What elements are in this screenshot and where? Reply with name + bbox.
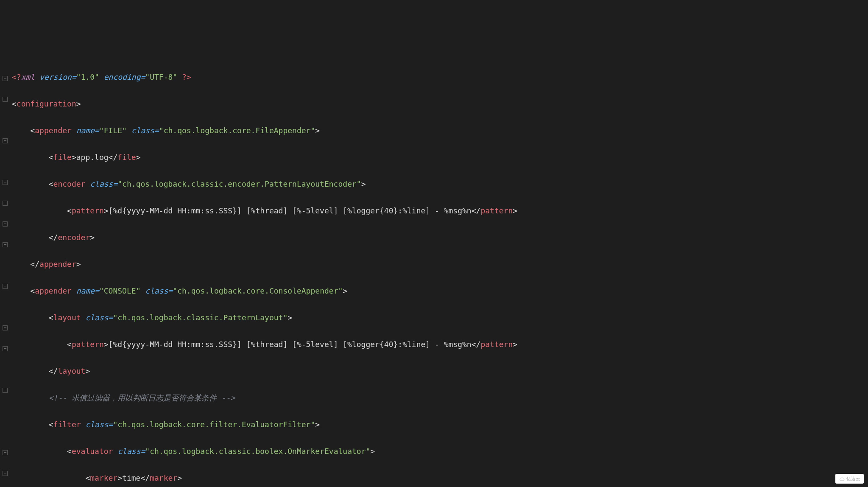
fold-icon[interactable] [3, 284, 8, 289]
cloud-icon [839, 476, 845, 481]
code-line[interactable]: <appender name="CONSOLE" class="ch.qos.l… [12, 284, 868, 298]
fold-icon[interactable] [3, 180, 8, 185]
fold-icon[interactable] [3, 325, 8, 330]
code-line[interactable]: <pattern>[%d{yyyy-MM-dd HH:mm:ss.SSS}] [… [12, 338, 868, 351]
watermark-badge: 亿速云 [835, 474, 864, 484]
code-line[interactable]: <appender name="FILE" class="ch.qos.logb… [12, 124, 868, 137]
code-line[interactable]: <!-- 求值过滤器，用以判断日志是否符合某条件 --> [12, 391, 868, 405]
code-line[interactable]: <?xml version="1.0" encoding="UTF-8" ?> [12, 70, 868, 84]
code-line[interactable]: <configuration> [12, 97, 868, 111]
code-line[interactable]: <file>app.log</file> [12, 151, 868, 164]
code-line[interactable]: </appender> [12, 257, 868, 271]
fold-icon[interactable] [3, 471, 8, 476]
code-editor[interactable]: <?xml version="1.0" encoding="UTF-8" ?> … [0, 40, 868, 487]
code-line[interactable]: <marker>time</marker> [12, 471, 868, 485]
watermark-text: 亿速云 [846, 475, 860, 483]
code-line[interactable]: </layout> [12, 364, 868, 378]
fold-icon[interactable] [3, 221, 8, 227]
fold-icon[interactable] [3, 201, 8, 206]
fold-icon[interactable] [3, 138, 8, 143]
fold-icon[interactable] [3, 97, 8, 102]
code-line[interactable]: </encoder> [12, 231, 868, 244]
code-line[interactable]: <encoder class="ch.qos.logback.classic.e… [12, 177, 868, 191]
fold-gutter [0, 44, 10, 487]
fold-icon[interactable] [3, 450, 8, 455]
fold-icon[interactable] [3, 242, 8, 247]
code-line[interactable]: <pattern>[%d{yyyy-MM-dd HH:mm:ss.SSS}] [… [12, 204, 868, 218]
code-line[interactable]: <evaluator class="ch.qos.logback.classic… [12, 445, 868, 458]
fold-icon[interactable] [3, 76, 8, 81]
fold-icon[interactable] [3, 388, 8, 393]
code-line[interactable]: <filter class="ch.qos.logback.core.filte… [12, 418, 868, 431]
fold-icon[interactable] [3, 346, 8, 351]
code-line[interactable]: <layout class="ch.qos.logback.classic.Pa… [12, 311, 868, 325]
